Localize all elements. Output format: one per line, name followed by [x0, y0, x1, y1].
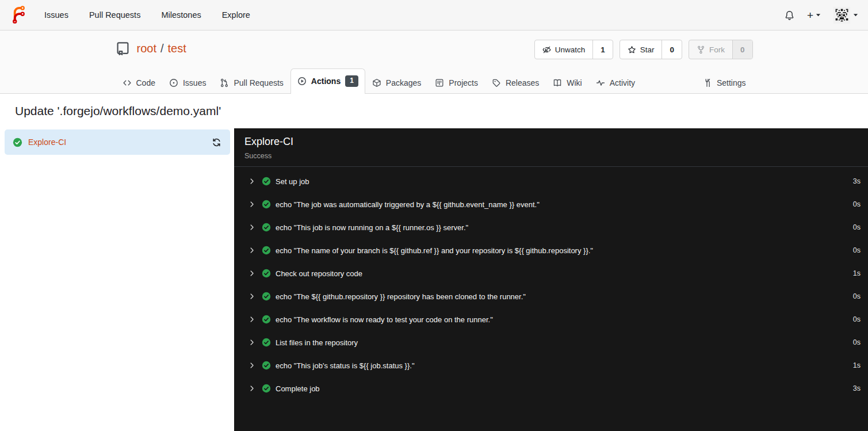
top-navbar: Issues Pull Requests Milestones Explore … [0, 0, 868, 30]
forks-count: 0 [732, 40, 752, 59]
log-job-status: Success [244, 152, 858, 160]
fork-button-group: Fork 0 [689, 40, 753, 59]
step-duration: 1s [853, 269, 861, 277]
chevron-right-icon [248, 316, 255, 323]
step-row[interactable]: Check out repository code 1s [234, 262, 868, 285]
package-icon [372, 78, 381, 87]
tab-label: Projects [449, 78, 478, 87]
step-label: echo "This job's status is ${{ job.statu… [276, 361, 415, 370]
rerun-job-button[interactable] [211, 136, 223, 148]
step-row[interactable]: Complete job 3s [234, 377, 868, 400]
stars-count[interactable]: 0 [661, 40, 682, 59]
chevron-right-icon [248, 178, 255, 185]
tab-label: Activity [610, 78, 635, 87]
fork-button: Fork [689, 40, 732, 59]
tab-releases[interactable]: Releases [485, 71, 546, 94]
actions-count-badge: 1 [345, 75, 358, 87]
tab-issues[interactable]: Issues [162, 71, 213, 94]
navbar-right: + [785, 7, 858, 24]
plus-icon: + [807, 10, 813, 21]
step-row[interactable]: echo "The name of your branch is ${{ git… [234, 239, 868, 262]
tab-projects[interactable]: Projects [428, 71, 485, 94]
tools-icon [703, 78, 712, 87]
tab-activity[interactable]: Activity [589, 71, 642, 94]
book-icon [553, 78, 562, 87]
tab-code[interactable]: Code [116, 71, 162, 94]
sync-icon [212, 138, 221, 147]
success-check-icon [262, 292, 271, 301]
nav-item-pull-requests[interactable]: Pull Requests [89, 10, 140, 20]
star-label: Star [640, 45, 655, 54]
chevron-right-icon [248, 362, 255, 369]
repo-breadcrumb: root / test [137, 42, 186, 55]
repo-icon [116, 41, 130, 56]
job-name: Explore-CI [28, 138, 66, 147]
success-check-icon [262, 200, 271, 209]
unwatch-button[interactable]: Unwatch [535, 40, 593, 59]
step-row[interactable]: echo "The ${{ github.repository }} repos… [234, 285, 868, 308]
step-row[interactable]: Set up job 3s [234, 170, 868, 193]
notifications-button[interactable] [785, 10, 794, 20]
step-label: Check out repository code [276, 269, 362, 278]
tab-label: Pull Requests [234, 78, 283, 87]
tab-pull-requests[interactable]: Pull Requests [213, 71, 290, 94]
step-row[interactable]: List files in the repository 0s [234, 331, 868, 354]
tag-icon [492, 78, 501, 87]
fork-label: Fork [709, 45, 725, 54]
avatar [833, 7, 850, 24]
job-item-explore-ci[interactable]: Explore-CI [5, 129, 230, 155]
step-duration: 0s [853, 246, 861, 254]
play-circle-icon [297, 77, 307, 86]
pull-request-icon [220, 78, 229, 87]
step-label: Set up job [276, 177, 309, 186]
code-icon [123, 78, 132, 87]
tab-label: Packages [386, 78, 421, 87]
nav-links: Issues Pull Requests Milestones Explore [44, 10, 250, 20]
star-button[interactable]: Star [620, 40, 662, 59]
nav-item-explore[interactable]: Explore [222, 10, 250, 20]
success-check-icon [262, 315, 271, 324]
repo-owner-link[interactable]: root [137, 42, 156, 55]
repo-name-link[interactable]: test [168, 42, 186, 55]
step-duration: 0s [853, 223, 861, 231]
chevron-right-icon [248, 339, 255, 346]
fork-icon [697, 45, 705, 54]
chevron-right-icon [248, 270, 255, 277]
create-new-dropdown[interactable]: + [807, 10, 821, 21]
chevron-right-icon [248, 224, 255, 231]
chevron-right-icon [248, 201, 255, 208]
step-duration: 0s [853, 200, 861, 208]
issue-icon [169, 78, 178, 87]
watchers-count[interactable]: 1 [592, 40, 613, 59]
tab-wiki[interactable]: Wiki [546, 71, 588, 94]
step-duration: 0s [853, 315, 861, 323]
step-row[interactable]: echo "The job was automatically triggere… [234, 193, 868, 216]
step-row[interactable]: echo "This job is now running on a ${{ r… [234, 216, 868, 239]
tab-packages[interactable]: Packages [365, 71, 428, 94]
step-row[interactable]: echo "This job's status is ${{ job.statu… [234, 354, 868, 377]
tab-label: Issues [183, 78, 206, 87]
step-row[interactable]: echo "The workflow is now ready to test … [234, 308, 868, 331]
success-check-icon [13, 138, 22, 147]
nav-item-milestones[interactable]: Milestones [161, 10, 201, 20]
tab-label: Wiki [567, 78, 582, 87]
tab-settings[interactable]: Settings [696, 71, 753, 94]
forgejo-logo[interactable] [10, 6, 28, 24]
tab-actions[interactable]: Actions 1 [290, 68, 365, 94]
job-sidebar: Explore-CI [0, 128, 234, 431]
unwatch-label: Unwatch [555, 45, 586, 54]
nav-item-issues[interactable]: Issues [44, 10, 68, 20]
chevron-down-icon [816, 13, 821, 17]
success-check-icon [262, 246, 271, 255]
chevron-down-icon [853, 13, 858, 17]
repo-separator: / [160, 42, 164, 55]
watch-button-group: Unwatch 1 [534, 40, 613, 59]
step-list: Set up job 3s [234, 167, 868, 400]
bell-icon [785, 10, 794, 20]
chevron-right-icon [248, 247, 255, 254]
user-menu-dropdown[interactable] [833, 7, 858, 24]
step-label: Complete job [276, 384, 320, 393]
step-label: echo "This job is now running on a ${{ r… [276, 223, 468, 232]
run-title-block: Update '.forgejo/workflows/demo.yaml' [0, 94, 868, 128]
log-header: Explore-CI Success [234, 128, 868, 167]
